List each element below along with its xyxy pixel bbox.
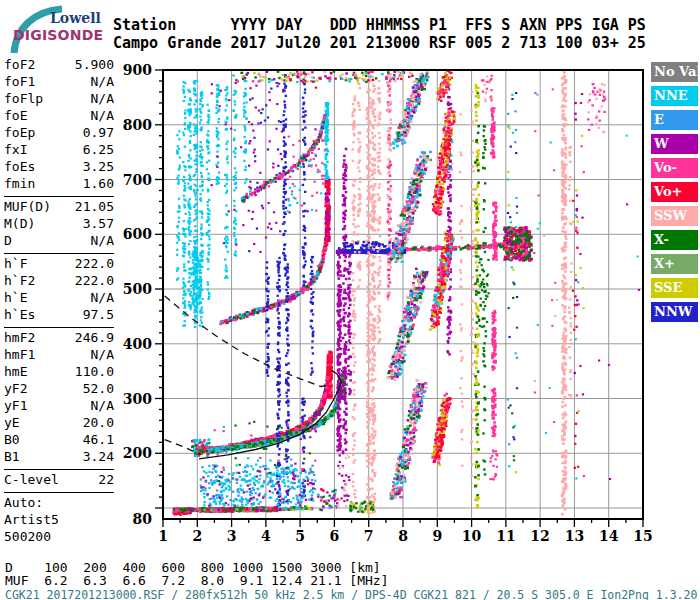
legend-item-x-: X- (651, 230, 698, 250)
svg-text:1: 1 (158, 528, 168, 544)
file-status-line: CGK21_2017201213000.RSF / 280fx512h 50 k… (5, 588, 697, 600)
svg-text:15: 15 (633, 528, 652, 544)
ionogram-plot: 1234567891011121314158020030040050060070… (0, 0, 700, 600)
svg-text:14: 14 (599, 528, 619, 544)
legend-item-vo-: Vo- (651, 158, 698, 178)
legend-item-x+: X+ (651, 254, 698, 274)
legend-item-noval: No Val (651, 62, 698, 82)
svg-text:900: 900 (123, 62, 152, 78)
svg-text:800: 800 (123, 117, 152, 133)
scatter-points (172, 70, 640, 516)
svg-text:3: 3 (227, 528, 237, 544)
svg-text:4: 4 (261, 528, 271, 544)
legend-item-vo+: Vo+ (651, 182, 698, 202)
svg-text:500: 500 (123, 281, 152, 297)
ionogram-svg: 1234567891011121314158020030040050060070… (0, 0, 700, 600)
svg-text:300: 300 (123, 391, 152, 407)
axis-labels: 1234567891011121314158020030040050060070… (123, 62, 653, 544)
svg-text:12: 12 (530, 528, 549, 544)
legend-item-ssw: SSW (651, 206, 698, 226)
svg-text:200: 200 (123, 445, 152, 461)
svg-text:13: 13 (565, 528, 584, 544)
svg-text:6: 6 (330, 528, 340, 544)
svg-text:80: 80 (133, 511, 153, 527)
legend-item-w: W (651, 134, 698, 154)
legend-item-sse: SSE (651, 278, 698, 298)
svg-text:400: 400 (123, 336, 152, 352)
svg-text:700: 700 (123, 172, 152, 188)
svg-text:7: 7 (364, 528, 374, 544)
svg-text:600: 600 (123, 226, 152, 242)
d-muf-table: D 100 200 400 600 800 1000 1500 3000 [km… (5, 561, 389, 587)
legend-item-e: E (651, 110, 698, 130)
profile-lines (165, 296, 342, 459)
svg-text:8: 8 (398, 528, 408, 544)
svg-text:5: 5 (295, 528, 305, 544)
svg-text:10: 10 (462, 528, 482, 544)
legend-item-nne: NNE (651, 86, 698, 106)
svg-text:9: 9 (432, 528, 442, 544)
svg-text:2: 2 (192, 528, 202, 544)
ionogram-screen: Lowell DIGISONDE Station YYYY DAY DDD HH… (0, 0, 700, 600)
muf-row: MUF 6.2 6.3 6.6 7.2 8.0 9.1 12.4 21.1 [M… (5, 573, 389, 588)
echo-direction-legend: No ValNNEEWVo-Vo+SSWX-X+SSENNW (651, 62, 698, 326)
svg-text:11: 11 (496, 528, 515, 544)
legend-item-nnw: NNW (651, 302, 698, 322)
